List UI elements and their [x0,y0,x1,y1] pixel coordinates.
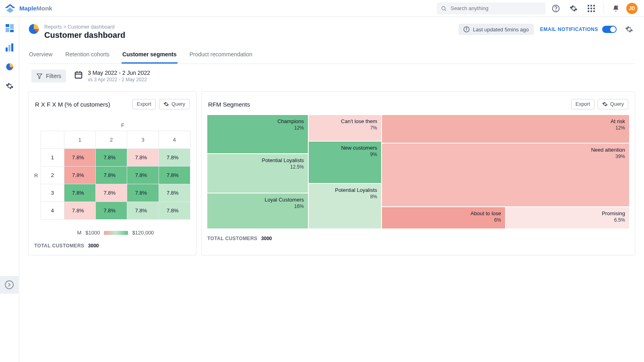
total-customers: TOTAL CUSTOMERS 3000 [207,236,629,241]
segment-need-attention[interactable]: Need attention 39% [382,144,629,207]
col-header: 4 [159,131,190,149]
card-title: RFM Segments [208,101,250,108]
segment-about-to-lose[interactable]: About to lose 6% [382,207,505,228]
grid-cell[interactable]: 7.8% [159,184,190,202]
notifications-button[interactable] [609,1,623,16]
segment-cant-lose[interactable]: Can't lose them 7% [309,115,381,141]
search-icon [441,5,447,12]
grid-cell[interactable]: 7.8% [64,202,95,220]
rfm-percent-card: R X F X M (% of customers) Export Query … [28,91,196,255]
segment-champions[interactable]: Champions 12% [207,115,308,153]
grid-cell[interactable]: 7.8% [127,167,159,184]
brand[interactable]: MapleMonk [4,4,52,13]
search-input[interactable] [450,5,541,12]
bar-chart-icon [6,43,14,51]
grid-cell[interactable]: 7.8% [96,149,127,167]
segment-potential-loyalists-2[interactable]: Potential Loyalists 8% [309,184,381,228]
row-header: 1 [41,149,64,167]
info-icon [463,26,470,33]
segment-value: 7% [370,125,377,131]
svg-marker-27 [37,74,42,79]
svg-rect-28 [75,72,82,78]
tab-retention[interactable]: Retention cohorts [64,47,110,64]
segment-value: 8% [370,194,377,200]
svg-point-5 [556,10,556,10]
tab-customer-segments[interactable]: Customer segments [122,47,178,64]
grid-cell[interactable]: 7.8% [64,167,95,184]
avatar[interactable]: JD [626,3,638,14]
breadcrumb-parent[interactable]: Reports [44,24,62,30]
gear-icon [570,4,578,12]
grid-cell[interactable]: 7.8% [96,167,127,184]
filter-icon [36,73,43,79]
breadcrumb-child[interactable]: Customer dashboard [68,24,115,30]
sidebar-item-pie[interactable] [5,62,14,72]
segment-promising[interactable]: Promising 6.5% [506,207,629,228]
gear-icon [6,82,14,90]
svg-rect-20 [6,47,8,51]
apps-button[interactable] [584,1,599,16]
query-button[interactable]: Query [598,99,628,109]
search-box[interactable] [437,2,545,14]
export-button[interactable]: Export [132,99,156,109]
segment-potential-loyalists[interactable]: Potential Loyalists 12.5% [207,154,308,192]
calendar-icon[interactable] [74,70,83,79]
sidebar-item-settings[interactable] [5,81,14,91]
logo-icon [4,4,16,13]
tabs: Overview Retention cohorts Customer segm… [28,47,635,64]
grid-cell[interactable]: 7.8% [159,202,190,220]
grid-cell[interactable]: 7.8% [159,149,190,167]
segment-name: Promising [602,210,625,216]
svg-rect-14 [593,10,595,12]
page-settings-button[interactable] [623,23,635,35]
grid-cell[interactable]: 7.8% [64,149,95,167]
grid-cell[interactable]: 7.8% [159,167,190,184]
svg-rect-7 [590,5,592,6]
segment-value: 6% [494,217,501,223]
grid-cell[interactable]: 7.8% [96,184,127,202]
segment-name: Potential Loyalists [262,157,304,163]
settings-button[interactable] [566,1,581,16]
col-header: 2 [96,131,127,149]
page-title: Customer dashboard [44,31,125,40]
segment-name: Need attention [591,147,625,153]
axis-f-label: F [55,122,190,128]
breadcrumb[interactable]: Reports > Customer dashboard [44,24,125,30]
help-button[interactable] [549,1,563,16]
sidebar-expand-button[interactable] [0,276,19,294]
segment-loyal-customers[interactable]: Loyal Customers 16% [207,193,308,228]
svg-rect-13 [590,10,592,12]
filters-button[interactable]: Filters [31,70,66,82]
svg-rect-16 [6,24,9,27]
grid-cell[interactable]: 7.8% [127,202,159,220]
card-title: R X F X M (% of customers) [35,101,110,108]
grid-cell[interactable]: 7.8% [127,184,159,202]
svg-point-23 [5,281,13,289]
grid-cell[interactable]: 7.8% [96,202,127,220]
breadcrumb-sep: > [63,24,66,30]
row-header: 3 [41,184,64,202]
email-notifications-toggle[interactable] [602,26,617,33]
date-range-secondary: vs 3 Apr 2022 - 2 May 2022 [88,77,150,82]
segment-value: 12% [294,125,304,131]
sidebar-item-dashboard[interactable] [5,23,14,33]
date-range-primary: 3 May 2022 - 2 Jun 2022 [88,70,150,76]
query-button[interactable]: Query [159,99,190,109]
segment-value: 39% [615,154,625,159]
svg-rect-8 [593,5,595,6]
export-button[interactable]: Export [571,99,594,109]
tab-product-recommendation[interactable]: Product recommendation [189,47,253,64]
segment-at-risk[interactable]: At risk 12% [382,115,629,143]
email-notifications: EMAIL NOTIFICATIONS [540,26,617,33]
sidebar-item-bars[interactable] [5,43,14,52]
tab-overview[interactable]: Overview [28,47,53,64]
date-range[interactable]: 3 May 2022 - 2 Jun 2022 vs 3 Apr 2022 - … [88,70,150,82]
total-customers: TOTAL CUSTOMERS 3000 [34,243,190,249]
legend-min: $1000 [85,230,100,236]
segment-new-customers[interactable]: New customers 9% [309,142,381,183]
grid-cell[interactable]: 7.8% [127,149,159,167]
col-header: 1 [64,131,95,149]
row-header: 4 [41,202,64,220]
rfm-segments-card: RFM Segments Export Query Champions [201,91,635,255]
grid-cell[interactable]: 7.8% [64,184,95,202]
